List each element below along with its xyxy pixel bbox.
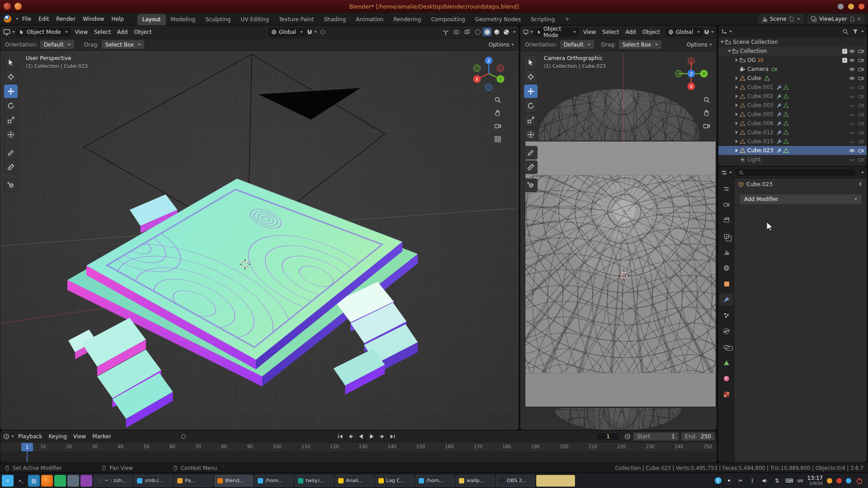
tray-notification-icon[interactable] [827, 478, 832, 483]
viewport-menu[interactable]: Add [114, 29, 131, 35]
hide-eye-icon[interactable] [849, 148, 855, 154]
tab-texture[interactable] [719, 389, 734, 400]
prev-keyframe-button[interactable] [346, 432, 355, 441]
app-menu-icon[interactable]: ⌗ [2, 475, 14, 487]
tool-measure[interactable] [524, 160, 538, 174]
tool-cursor[interactable] [524, 70, 538, 84]
taskbar-window-button[interactable]: Lag C... [375, 475, 414, 487]
outliner-row-plane[interactable]: Plane [718, 164, 867, 166]
bluetooth-icon[interactable]: ᛒ [749, 477, 757, 485]
taskbar-window-button[interactable]: Anali... [335, 475, 374, 487]
files-launcher-icon[interactable]: ▤ [28, 475, 40, 487]
tab-tool[interactable] [719, 183, 734, 195]
mesh-object-roundsteps[interactable] [0, 51, 519, 430]
frame-end-field[interactable]: End250 [681, 432, 715, 441]
zoom-icon[interactable] [494, 96, 501, 103]
options-dropdown[interactable]: Options [489, 40, 514, 49]
transform-orientation-dropdown[interactable]: Global [268, 28, 306, 37]
tool-move[interactable] [524, 84, 538, 98]
tab-scene[interactable] [719, 246, 734, 258]
hide-eye-icon[interactable] [849, 130, 855, 136]
outliner-row-light[interactable]: Light [718, 155, 867, 164]
clipboard-scissors-icon[interactable]: ✂ [736, 477, 745, 485]
menubar-menu[interactable]: File [19, 16, 35, 22]
tab-constraints[interactable] [719, 341, 734, 353]
viewport-menu[interactable]: Object [639, 29, 663, 35]
editor-type-icon[interactable] [523, 28, 533, 37]
hide-eye-icon[interactable] [849, 48, 855, 54]
display-mode-chevron-icon[interactable] [861, 31, 864, 33]
tab-object-data[interactable] [719, 357, 734, 369]
frame-start-field[interactable]: Start1 [633, 432, 679, 441]
tool-add-cube[interactable] [524, 178, 538, 192]
taskbar-window-button[interactable] [536, 475, 575, 487]
transform-orientation-dropdown[interactable]: Global [665, 28, 703, 37]
window-close-button[interactable] [859, 4, 864, 9]
viewport-right-canvas[interactable]: Camera Orthographic (1) Collection | Cub… [520, 51, 717, 430]
viewport-menu[interactable]: View [580, 29, 599, 35]
properties-filter-chevron-icon[interactable] [861, 172, 864, 174]
workspace-tab[interactable]: Geometry Nodes [470, 14, 526, 25]
outliner-row-og[interactable]: OG10 ✓ [718, 56, 867, 65]
tool-select-box[interactable] [4, 56, 18, 69]
taskbar-window-button[interactable]: OBS 2... [496, 475, 535, 487]
collection-checkbox[interactable]: ✓ [842, 49, 847, 54]
timeline-channels[interactable] [0, 452, 717, 462]
viewport-menu[interactable]: Object [131, 29, 155, 35]
render-visibility-icon[interactable] [858, 148, 864, 154]
render-visibility-icon[interactable] [858, 75, 864, 81]
auto-keyframe-toggle[interactable] [179, 432, 189, 441]
filter-icon[interactable] [852, 28, 859, 35]
hide-eye-icon[interactable] [849, 157, 855, 163]
tab-modifiers[interactable] [719, 294, 734, 305]
new-scene-icon[interactable] [789, 16, 794, 22]
workspace-tab[interactable]: UV Editing [236, 14, 274, 25]
workspace-tab[interactable]: Shading [319, 14, 351, 25]
navigation-gizmo[interactable]: Y X Z [672, 55, 710, 93]
taskbar-window-button[interactable]: Blend... [214, 475, 253, 487]
hide-eye-icon[interactable] [849, 166, 855, 166]
timeline-menu[interactable]: Playback [15, 433, 46, 440]
render-visibility-icon[interactable] [858, 121, 864, 127]
add-workspace-button[interactable]: + [560, 13, 575, 25]
workspace-tab[interactable]: Modeling [166, 14, 201, 25]
hide-eye-icon[interactable] [849, 84, 855, 90]
outliner-row-collection[interactable]: Collection ✓ [718, 47, 867, 56]
hide-eye-icon[interactable] [849, 94, 855, 99]
workspace-tab[interactable]: Rendering [388, 14, 426, 25]
render-visibility-icon[interactable] [858, 130, 864, 136]
snap-toggle[interactable] [307, 28, 317, 37]
tool-add-cube[interactable] [4, 178, 18, 192]
workspace-tab[interactable]: Texture Paint [274, 14, 319, 25]
render-visibility-icon[interactable] [858, 66, 864, 72]
render-visibility-icon[interactable] [858, 48, 864, 54]
timeline-menu[interactable]: Marker [89, 433, 114, 440]
volume-icon[interactable] [761, 477, 769, 485]
zoom-icon[interactable] [703, 96, 710, 103]
tool-cursor[interactable] [4, 70, 18, 84]
render-visibility-icon[interactable] [858, 112, 864, 117]
tray-notification-icon[interactable] [846, 478, 851, 483]
hide-eye-icon[interactable] [849, 121, 855, 127]
taskbar-window-button[interactable]: Pa... [174, 475, 213, 487]
tool-rotate[interactable] [4, 99, 18, 113]
properties-search-input[interactable] [746, 169, 853, 175]
render-visibility-icon[interactable] [858, 157, 864, 163]
properties-search[interactable] [735, 168, 857, 177]
editor-type-icon[interactable] [3, 432, 14, 441]
window-more-button[interactable] [838, 4, 844, 9]
taskbar-window-button[interactable]: /hom... [255, 475, 293, 487]
workspace-tab[interactable]: Layout [137, 14, 166, 25]
tool-scale[interactable] [4, 113, 18, 127]
outliner-row-scene-collection[interactable]: Scene Collection [718, 38, 867, 47]
workspace-tab[interactable]: Sculpting [200, 14, 236, 25]
outliner-row-camera[interactable]: Camera [718, 65, 867, 74]
play-button[interactable] [367, 432, 376, 441]
pan-hand-icon[interactable] [494, 109, 501, 117]
menubar-menu[interactable]: Edit [35, 16, 52, 22]
outliner-row-cube-003[interactable]: Cube.003 [718, 101, 867, 110]
shading-material-button[interactable] [492, 28, 501, 36]
navigation-gizmo[interactable]: Z Y X [470, 55, 508, 93]
workspace-tab[interactable]: Animation [351, 14, 388, 25]
timeline-menu[interactable]: View [70, 433, 89, 440]
